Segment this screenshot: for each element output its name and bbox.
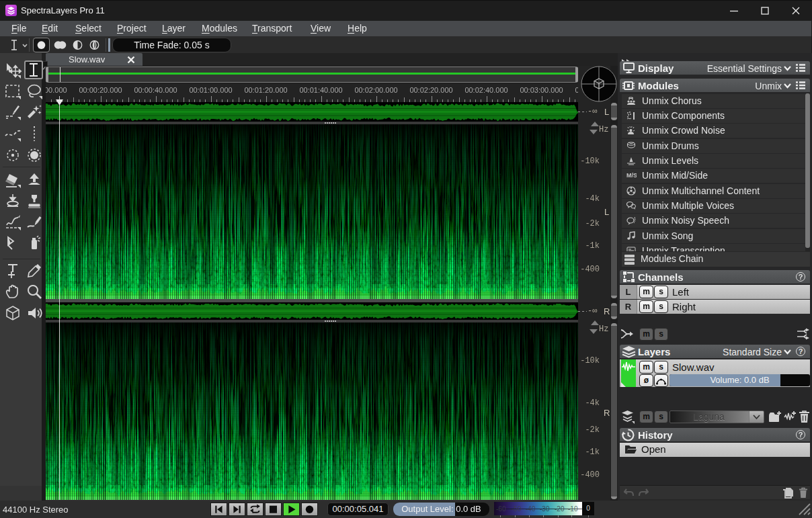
svg-text:M/S: M/S <box>626 172 637 179</box>
